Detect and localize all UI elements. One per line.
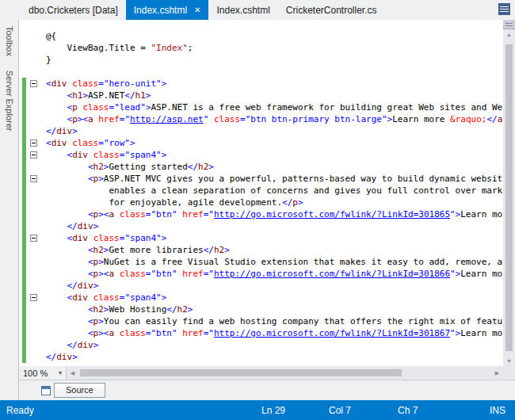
editor-column: @{ ViewBag.Title = "Index";}<div class="… — [18, 20, 515, 400]
view-switch-row: Source — [18, 380, 515, 400]
fold-gutter — [26, 66, 40, 78]
code-line[interactable]: ViewBag.Title = "Index"; — [19, 42, 515, 54]
scroll-down-icon[interactable]: ▼ — [503, 356, 515, 366]
code-line[interactable]: <p><a class="btn" href="http://go.micros… — [19, 268, 515, 280]
code-text: <div class="row"> — [40, 137, 135, 149]
status-line-number: Ln 29 — [261, 405, 285, 416]
chevron-down-icon: ▾ — [59, 369, 62, 376]
fold-gutter — [26, 220, 40, 232]
splitter-grip[interactable] — [503, 20, 515, 29]
document-tab-3[interactable]: Index.cshtml — [208, 0, 277, 20]
fold-gutter — [26, 185, 40, 197]
sidebar-tab-server-explorer[interactable]: Server Explorer — [5, 71, 14, 131]
code-line[interactable]: <div class="span4"> — [19, 292, 515, 304]
zoom-selector[interactable]: 100 % ▾ — [19, 366, 67, 380]
code-line[interactable]: <h2>Web Hosting</h2> — [19, 304, 515, 315]
fold-collapse-icon[interactable] — [26, 149, 40, 161]
code-text: <h1>ASP.NET</h1> — [40, 90, 151, 101]
collapse-minus-icon[interactable] — [30, 151, 37, 158]
code-line[interactable] — [19, 66, 515, 78]
scroll-up-icon[interactable]: ▲ — [503, 29, 515, 40]
code-lines: @{ ViewBag.Title = "Index";}<div class="… — [19, 20, 515, 363]
code-line[interactable]: </div> — [19, 280, 515, 292]
scroll-right-icon[interactable]: ▶ — [491, 370, 503, 376]
fold-gutter — [26, 30, 40, 42]
horizontal-scroll-track[interactable] — [78, 366, 491, 380]
status-ready: Ready — [6, 405, 34, 416]
fold-gutter — [26, 327, 40, 339]
collapse-minus-icon[interactable] — [30, 139, 37, 147]
code-line[interactable]: for enjoyable, agile development.</p> — [19, 197, 515, 208]
main-area: Toolbox Server Explorer @{ ViewBag.Title… — [0, 20, 515, 400]
code-line[interactable]: <div class="row"> — [19, 137, 515, 149]
code-line[interactable]: <p>ASP.NET MVC gives you a powerful, pat… — [19, 173, 515, 185]
code-line[interactable]: </div> — [19, 339, 515, 351]
code-text: </div> — [40, 220, 98, 232]
fold-gutter — [26, 280, 40, 292]
code-text: enables a clean separation of concerns a… — [40, 185, 513, 197]
code-line[interactable]: <p>NuGet is a free Visual Studio extensi… — [19, 256, 515, 268]
vertical-scroll-track[interactable] — [503, 40, 515, 356]
code-line[interactable]: enables a clean separation of concerns a… — [19, 185, 515, 197]
tab-label: dbo.Cricketers [Data] — [29, 5, 118, 16]
fold-gutter — [26, 197, 40, 208]
horizontal-scroll-thumb[interactable] — [80, 369, 402, 376]
code-line[interactable]: <h2>Get more libraries</h2> — [19, 244, 515, 256]
code-line[interactable]: @{ — [19, 30, 515, 42]
code-line[interactable]: <h1>ASP.NET</h1> — [19, 90, 515, 101]
tab-label: CricketerController.cs — [286, 5, 377, 16]
code-line[interactable]: <p class="lead">ASP.NET is a free web fr… — [19, 101, 515, 113]
fold-gutter — [26, 339, 40, 351]
tab-source[interactable]: Source — [54, 383, 105, 398]
code-line[interactable]: </div> — [19, 351, 515, 363]
code-line[interactable]: <div class="hero-unit"> — [19, 78, 515, 90]
vertical-scrollbar[interactable]: ▲ ▼ — [503, 20, 515, 366]
code-line[interactable]: <p>You can easily find a web hosting com… — [19, 315, 515, 327]
left-tool-window-strip: Toolbox Server Explorer — [0, 20, 18, 400]
code-text: <div class="span4"> — [40, 292, 166, 304]
fold-collapse-icon[interactable] — [26, 292, 40, 304]
code-text: for enjoyable, agile development.</p> — [40, 197, 303, 208]
fold-gutter — [26, 113, 40, 125]
scroll-left-icon[interactable]: ◀ — [67, 370, 78, 376]
collapse-minus-icon[interactable] — [30, 80, 37, 87]
fold-collapse-icon[interactable] — [26, 137, 40, 149]
collapse-minus-icon[interactable] — [30, 235, 37, 242]
code-line[interactable]: <div class="span4"> — [19, 149, 515, 161]
code-line[interactable]: <p><a class="btn" href="http://go.micros… — [19, 208, 515, 220]
fold-collapse-icon[interactable] — [26, 78, 40, 90]
fold-gutter — [26, 54, 40, 66]
document-tab-1[interactable]: dbo.Cricketers [Data] — [21, 0, 126, 20]
code-text: <p><a class="btn" href="http://go.micros… — [40, 268, 502, 280]
code-text — [40, 66, 46, 78]
document-tabs: dbo.Cricketers [Data]Index.cshtml✕Index.… — [21, 0, 385, 20]
code-line[interactable]: <div class="span4"> — [19, 232, 515, 244]
code-line[interactable]: <h2>Getting started</h2> — [19, 161, 515, 173]
code-text: <div class="span4"> — [40, 149, 166, 161]
code-text: ViewBag.Title = "Index"; — [40, 42, 193, 54]
fold-gutter — [26, 304, 40, 315]
code-text: <p>ASP.NET MVC gives you a powerful, pat… — [40, 173, 502, 185]
fold-gutter — [26, 161, 40, 173]
code-line[interactable]: } — [19, 54, 515, 66]
status-column-number: Col 7 — [329, 405, 351, 416]
code-line[interactable]: <p><a class="btn" href="http://go.micros… — [19, 327, 515, 339]
tab-label: Index.cshtml — [134, 5, 187, 16]
document-tab-4[interactable]: CricketerController.cs — [278, 0, 385, 20]
fold-gutter — [26, 315, 40, 327]
close-icon[interactable]: ✕ — [194, 6, 200, 14]
collapse-minus-icon[interactable] — [30, 294, 37, 301]
window-list-menu-icon[interactable] — [498, 3, 510, 15]
code-line[interactable]: <p><a href="http://asp.net" class="btn b… — [19, 113, 515, 125]
fold-collapse-icon[interactable] — [26, 232, 40, 244]
code-line[interactable]: </div> — [19, 125, 515, 137]
vertical-scroll-thumb[interactable] — [505, 44, 513, 351]
collapse-minus-icon[interactable] — [30, 175, 37, 182]
sidebar-tab-toolbox[interactable]: Toolbox — [5, 26, 14, 56]
code-text: <p><a href="http://asp.net" class="btn b… — [40, 113, 502, 125]
document-tab-2[interactable]: Index.cshtml✕ — [126, 0, 209, 20]
code-editor[interactable]: @{ ViewBag.Title = "Index";}<div class="… — [18, 20, 515, 366]
code-text: <div class="hero-unit"> — [40, 78, 166, 90]
code-line[interactable]: </div> — [19, 220, 515, 232]
fold-collapse-icon[interactable] — [26, 173, 40, 185]
